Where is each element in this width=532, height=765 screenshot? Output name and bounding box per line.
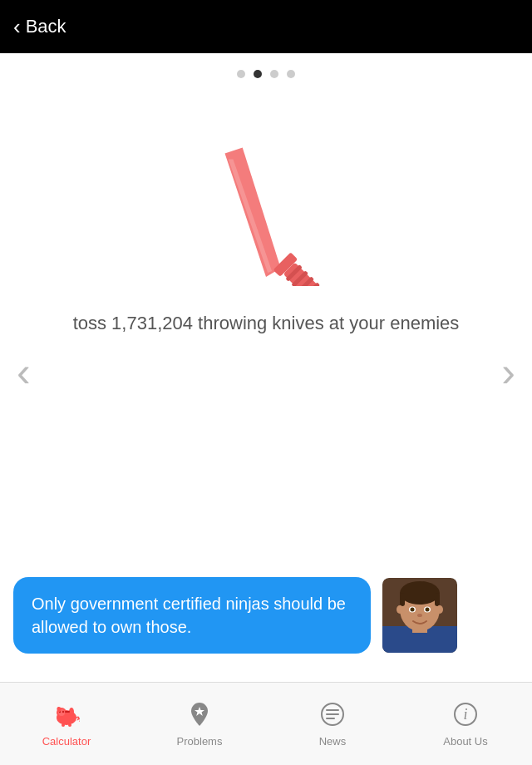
back-button[interactable]: ‹ Back (13, 16, 66, 37)
about-icon: i (452, 701, 479, 732)
tab-about-label: About Us (443, 735, 487, 748)
dot-4[interactable] (287, 70, 295, 78)
svg-rect-28 (65, 711, 70, 713)
chat-area: Only government certified ninjas should … (0, 549, 532, 682)
header: ‹ Back (0, 0, 532, 53)
back-chevron-icon: ‹ (13, 16, 21, 37)
carousel-prev-button[interactable]: ‹ (17, 351, 31, 392)
news-icon (319, 701, 346, 732)
problems-icon (186, 701, 213, 732)
tab-news[interactable]: News (266, 701, 399, 748)
svg-point-17 (426, 608, 430, 612)
carousel-description: toss 1,731,204 throwing knives at your e… (23, 311, 510, 337)
svg-text:i: i (463, 706, 467, 723)
tab-calculator-label: Calculator (42, 735, 91, 748)
svg-rect-13 (435, 593, 440, 606)
back-label: Back (26, 16, 66, 37)
main-content: ‹ (0, 53, 532, 682)
svg-point-19 (397, 605, 403, 614)
avatar (382, 578, 457, 653)
chat-bubble: Only government certified ninjas should … (13, 577, 371, 654)
svg-point-25 (62, 710, 64, 712)
carousel-next-button[interactable]: › (501, 351, 515, 392)
dot-2[interactable] (254, 70, 262, 78)
svg-rect-30 (68, 723, 71, 727)
tab-about[interactable]: i About Us (399, 701, 532, 748)
tab-problems[interactable]: Problems (133, 701, 266, 748)
dot-3[interactable] (270, 70, 278, 78)
dot-1[interactable] (237, 70, 245, 78)
svg-point-18 (417, 614, 422, 617)
svg-point-20 (436, 605, 443, 614)
svg-point-11 (400, 581, 440, 605)
tab-news-label: News (319, 735, 347, 748)
knife-image (141, 95, 391, 294)
svg-rect-29 (62, 723, 65, 727)
svg-point-16 (411, 608, 415, 612)
tab-calculator[interactable]: Calculator (0, 701, 133, 748)
tab-bar: Calculator Problems News (0, 682, 532, 765)
svg-rect-12 (400, 593, 405, 606)
avatar-image (382, 578, 457, 653)
pagination-dots (237, 70, 295, 78)
knife-svg-icon (166, 103, 366, 286)
tab-problems-label: Problems (177, 735, 223, 748)
calculator-icon (53, 701, 80, 732)
